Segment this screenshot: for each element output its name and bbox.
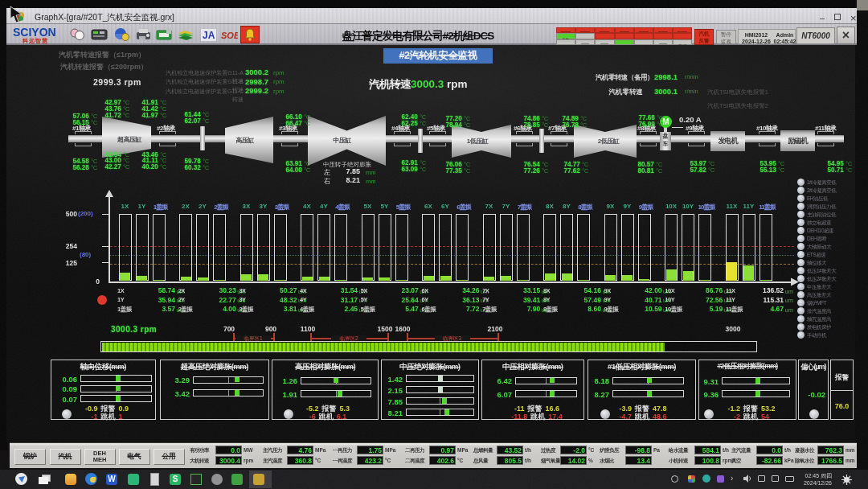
svg-text:JA: JA <box>203 30 215 41</box>
svg-text:SOB: SOB <box>221 31 238 40</box>
